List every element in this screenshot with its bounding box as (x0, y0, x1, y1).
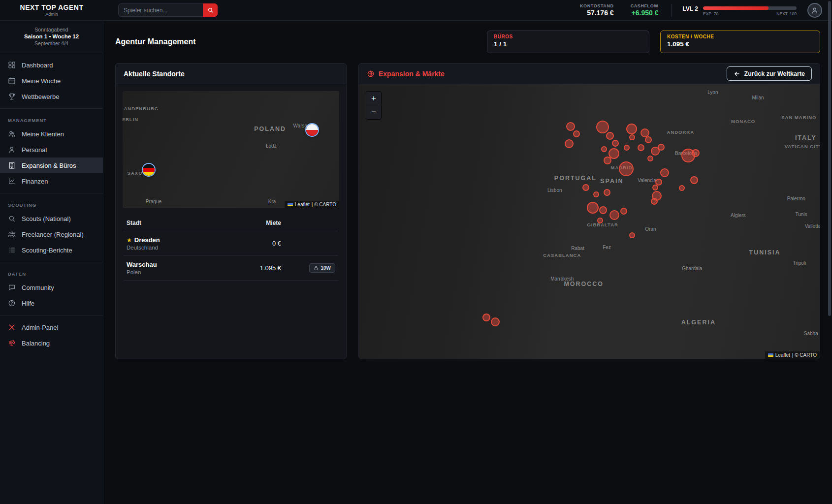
market-marker[interactable] (658, 144, 665, 151)
ukraine-flag-icon (768, 353, 773, 357)
leaflet-link[interactable]: Leaflet (775, 352, 790, 358)
market-marker[interactable] (609, 210, 619, 220)
market-marker[interactable] (651, 198, 658, 205)
sidebar-item-label: Wettbewerbe (22, 93, 59, 100)
app-root: NEXT TOP AGENT Admin KONTOSTAND 57.176 €… (0, 0, 832, 504)
tools-icon (8, 323, 16, 331)
sidebar-item-admin-panel[interactable]: Admin-Panel (0, 319, 103, 335)
sidebar-item-freelancer-regional[interactable]: Freelancer (Regional) (0, 226, 103, 242)
market-marker[interactable] (593, 191, 599, 197)
market-marker[interactable] (601, 146, 607, 152)
sidebar-item-label: Balancing (22, 340, 50, 347)
cashflow-stat: CASHFLOW +6.950 € (631, 3, 659, 17)
main-header: Agentur Management BÜROS 1 / 1 KOSTEN / … (115, 31, 820, 53)
col-header-stadt: Stadt (127, 220, 227, 226)
zoom-in-button[interactable]: + (366, 92, 381, 105)
table-row-warschau[interactable]: Warschau Polen 1.095 € 10W (124, 256, 338, 281)
leaflet-link[interactable]: Leaflet (295, 202, 310, 207)
map-label: SPAIN (600, 178, 623, 185)
market-marker[interactable] (626, 124, 637, 134)
market-marker[interactable] (599, 206, 607, 214)
scrollbar-thumb[interactable] (828, 1, 831, 316)
scale-icon (8, 339, 16, 347)
sidebar-item-finanzen[interactable]: Finanzen (0, 173, 103, 189)
sidebar-item-hilfe[interactable]: Hilfe (0, 295, 103, 311)
market-marker[interactable] (612, 140, 619, 147)
sidebar-item-balancing[interactable]: Balancing (0, 335, 103, 351)
market-marker[interactable] (692, 149, 700, 157)
expansion-map[interactable]: + − Leaflet | © CARTO LyonMilanMONACOSAN… (359, 84, 820, 359)
market-marker[interactable] (619, 161, 634, 176)
sidebar-item-dashboard[interactable]: Dashboard (0, 57, 103, 73)
kosten-card: KOSTEN / WOCHE 1.095 € (660, 31, 820, 53)
market-marker[interactable] (606, 132, 614, 140)
help-icon (8, 299, 16, 307)
market-marker[interactable] (565, 139, 574, 148)
magnifier-icon (8, 215, 16, 222)
market-marker[interactable] (604, 157, 611, 164)
market-marker[interactable] (597, 218, 603, 223)
sidebar-item-expansion-bueros[interactable]: Expansion & Büros (0, 158, 103, 173)
market-marker[interactable] (645, 136, 652, 143)
market-marker[interactable] (652, 185, 658, 190)
level-widget: LVL 2 EXP: 70 NEXT: 100 (682, 4, 797, 16)
city-name: Warschau (127, 261, 157, 268)
sidebar-item-community[interactable]: Community (0, 280, 103, 295)
city-name: Dresden (134, 236, 160, 244)
market-marker[interactable] (624, 145, 630, 151)
market-marker[interactable] (629, 232, 635, 238)
sidebar-item-label: Scouting-Berichte (22, 247, 72, 254)
market-marker[interactable] (629, 134, 635, 140)
sidebar-item-meine-klienten[interactable]: Meine Klienten (0, 126, 103, 142)
market-marker[interactable] (582, 184, 589, 191)
poland-flag-marker[interactable] (306, 124, 318, 136)
market-marker[interactable] (596, 121, 609, 133)
table-row-dresden[interactable]: ★ Dresden Deutschland 0 € (124, 231, 338, 256)
map-label: SAN MARINO (781, 114, 816, 120)
sidebar-item-personal[interactable]: Personal (0, 142, 103, 158)
market-marker[interactable] (647, 156, 653, 161)
page-scrollbar[interactable] (828, 1, 831, 503)
market-marker[interactable] (679, 185, 685, 191)
search-icon (207, 7, 214, 13)
map-label: Tunis (796, 211, 807, 217)
arrow-left-icon (734, 70, 740, 77)
market-marker[interactable] (566, 122, 575, 131)
sidebar-item-scouts-national[interactable]: Scouts (National) (0, 211, 103, 226)
bueros-card-value: 1 / 1 (494, 40, 642, 48)
map-label: Rabat (571, 246, 584, 251)
market-marker[interactable] (604, 189, 610, 196)
standorte-map[interactable]: Leaflet | © CARTO ANDENBURGERLINPOLANDWa… (123, 91, 339, 208)
brand-title: NEXT TOP AGENT (0, 3, 103, 11)
back-to-worldmap-button[interactable]: Zurück zur Weltkarte (727, 66, 812, 81)
market-marker[interactable] (660, 168, 669, 177)
market-marker[interactable] (482, 314, 490, 321)
search-button[interactable] (203, 3, 218, 17)
market-marker[interactable] (638, 144, 644, 151)
map-label: Oran (645, 226, 656, 231)
germany-flag-marker[interactable] (143, 164, 155, 176)
search-input[interactable] (118, 3, 203, 17)
sidebar-item-label: Meine Woche (22, 77, 61, 85)
market-marker[interactable] (587, 202, 599, 214)
market-marker[interactable] (690, 176, 698, 184)
map-label: Palermo (787, 196, 805, 201)
sidebar-item-meine-woche[interactable]: Meine Woche (0, 73, 103, 89)
ukraine-flag-icon (288, 203, 293, 206)
user-avatar[interactable] (807, 3, 822, 18)
market-marker[interactable] (491, 317, 500, 326)
nav-group-scouting: SCOUTING Scouts (National) Freelancer (R… (0, 193, 103, 262)
map-label: Valencia (638, 177, 656, 183)
sidebar-item-scouting-berichte[interactable]: Scouting-Berichte (0, 242, 103, 258)
sidebar-item-wettbewerbe[interactable]: Wettbewerbe (0, 89, 103, 104)
sidebar-item-label: Hilfe (22, 300, 34, 307)
map-label: GIBRALTAR (587, 221, 618, 227)
nav-group-management: MANAGEMENT Meine Klienten Personal Expan… (0, 108, 103, 193)
kontostand-stat: KONTOSTAND 57.176 € (580, 3, 614, 17)
map-label: MOROCCO (564, 281, 604, 287)
rent-value: 1.095 € (227, 264, 281, 272)
market-marker[interactable] (573, 130, 580, 137)
market-marker[interactable] (620, 208, 627, 215)
cashflow-label: CASHFLOW (631, 3, 659, 8)
zoom-out-button[interactable]: − (366, 105, 381, 119)
